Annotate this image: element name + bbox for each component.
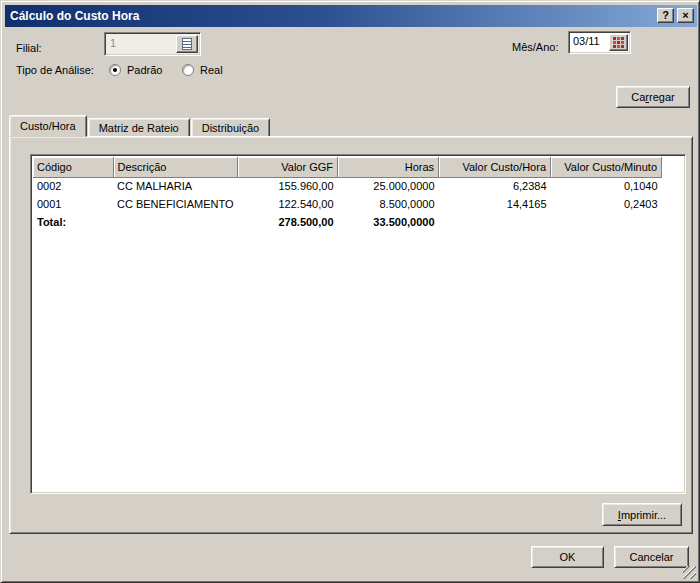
total-row: Total:278.500,0033.500,0000 [33,213,662,231]
column-header[interactable]: Horas [338,157,439,177]
table-cell: 8.500,0000 [338,195,439,213]
tab-matriz-de-rateio[interactable]: Matriz de Rateio [88,118,190,137]
table-cell: 25.000,0000 [338,177,439,195]
carregar-button[interactable]: Carregar [616,86,690,108]
dialog-calculo-custo-hora: Cálculo do Custo Hora ? × Filial: 1 Mês/… [0,0,700,583]
results-table: CódigoDescriçãoValor GGFHorasValor Custo… [33,157,662,231]
mes-ano-field[interactable]: 03/11 [568,31,631,54]
results-grid-container: CódigoDescriçãoValor GGFHorasValor Custo… [30,154,686,494]
table-row[interactable]: 0001CC BENEFICIAMENTO122.540,008.500,000… [33,195,662,213]
table-cell: Total: [33,213,113,231]
tipo-analise-label: Tipo de Análise: [16,64,94,76]
table-cell: 33.500,0000 [338,213,439,231]
calendar-icon [613,37,616,40]
close-button[interactable]: × [677,8,694,23]
table-header-row: CódigoDescriçãoValor GGFHorasValor Custo… [33,157,662,177]
table-cell: 0,2403 [551,195,662,213]
table-cell: CC BENEFICIAMENTO [113,195,238,213]
table-cell [113,213,238,231]
column-header[interactable]: Valor GGF [238,157,338,177]
tab-distribuicao[interactable]: Distribuição [191,118,270,137]
tab-panel: CódigoDescriçãoValor GGFHorasValor Custo… [9,136,693,534]
calendar-button[interactable] [609,34,628,51]
column-header[interactable]: Descrição [113,157,238,177]
column-header[interactable]: Valor Custo/Minuto [551,157,662,177]
tab-strip: Custo/Hora Matriz de Rateio Distribuição [9,115,271,137]
lookup-list-icon [182,38,192,50]
table-body: 0002CC MALHARIA155.960,0025.000,00006,23… [33,177,662,231]
ok-button[interactable]: OK [531,546,604,568]
column-header[interactable]: Código [33,157,113,177]
table-cell: 6,2384 [439,177,551,195]
filial-lookup-button[interactable] [176,35,198,53]
dialog-title: Cálculo do Custo Hora [5,9,139,23]
table-cell: 0001 [33,195,113,213]
table-cell: 155.960,00 [238,177,338,195]
radio-real-label[interactable]: Real [200,64,223,76]
table-cell: CC MALHARIA [113,177,238,195]
help-button[interactable]: ? [657,8,674,23]
mes-ano-value: 03/11 [573,35,600,47]
imprimir-button[interactable]: Imprimir... [602,503,682,526]
radio-real[interactable] [182,64,194,76]
table-cell [439,213,551,231]
resize-grip[interactable] [683,566,696,579]
filial-value: 1 [110,37,116,49]
table-cell: 278.500,00 [238,213,338,231]
table-cell: 0,1040 [551,177,662,195]
filial-field: 1 [104,32,201,56]
radio-padrao[interactable] [109,64,121,76]
mes-ano-label: Mês/Ano: [512,41,558,53]
filial-label: Filial: [16,42,42,54]
tab-custo-hora[interactable]: Custo/Hora [9,115,87,137]
title-bar[interactable]: Cálculo do Custo Hora ? × [5,5,697,27]
table-cell: 122.540,00 [238,195,338,213]
table-cell: 14,4165 [439,195,551,213]
cancelar-button[interactable]: Cancelar [614,546,689,568]
radio-padrao-label[interactable]: Padrão [127,64,162,76]
table-row[interactable]: 0002CC MALHARIA155.960,0025.000,00006,23… [33,177,662,195]
column-header[interactable]: Valor Custo/Hora [439,157,551,177]
table-cell: 0002 [33,177,113,195]
table-cell [551,213,662,231]
